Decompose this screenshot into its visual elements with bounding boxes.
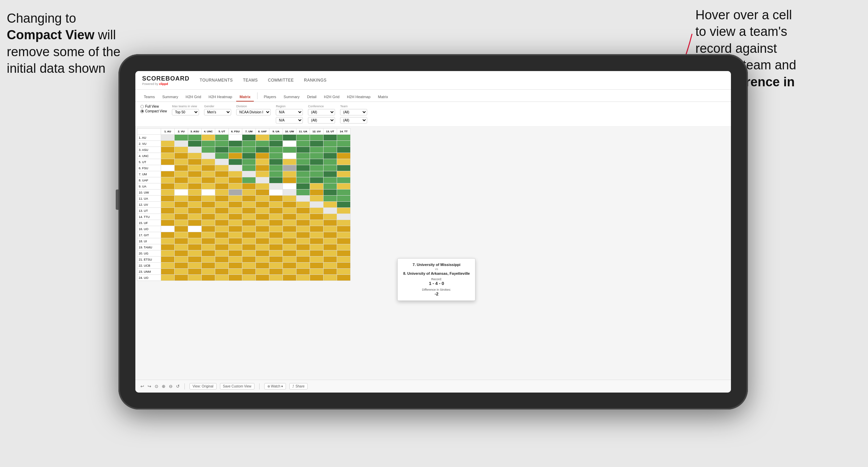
- matrix-cell[interactable]: [202, 171, 215, 177]
- matrix-cell[interactable]: [188, 232, 202, 238]
- matrix-cell[interactable]: [324, 147, 337, 153]
- matrix-cell[interactable]: [324, 232, 337, 238]
- matrix-cell[interactable]: [283, 171, 296, 177]
- matrix-cell[interactable]: [283, 196, 296, 202]
- matrix-cell[interactable]: [310, 238, 324, 244]
- matrix-cell[interactable]: [269, 232, 283, 238]
- matrix-cell[interactable]: [161, 177, 175, 183]
- matrix-cell[interactable]: [256, 141, 269, 147]
- matrix-cell[interactable]: [310, 214, 324, 220]
- matrix-cell[interactable]: [242, 196, 256, 202]
- matrix-cell[interactable]: [269, 263, 283, 269]
- tab-players[interactable]: Players: [260, 93, 280, 102]
- matrix-cell[interactable]: [229, 214, 242, 220]
- matrix-cell[interactable]: [283, 220, 296, 226]
- matrix-cell[interactable]: [188, 183, 202, 190]
- matrix-cell[interactable]: [229, 220, 242, 226]
- nav-teams[interactable]: TEAMS: [243, 76, 258, 84]
- matrix-cell[interactable]: [337, 183, 351, 190]
- matrix-cell[interactable]: [161, 238, 175, 244]
- matrix-cell[interactable]: [161, 183, 175, 190]
- matrix-cell[interactable]: [202, 214, 215, 220]
- matrix-cell[interactable]: [269, 153, 283, 159]
- matrix-cell[interactable]: [175, 202, 188, 208]
- matrix-cell[interactable]: [202, 208, 215, 214]
- tab-h2h-heatmap1[interactable]: H2H Heatmap: [205, 93, 236, 102]
- matrix-cell[interactable]: [215, 165, 229, 171]
- filter-division-select[interactable]: NCAA Division I: [236, 109, 271, 115]
- matrix-cell[interactable]: [324, 141, 337, 147]
- matrix-cell[interactable]: [296, 202, 310, 208]
- matrix-cell[interactable]: [269, 226, 283, 232]
- matrix-cell[interactable]: [296, 208, 310, 214]
- matrix-cell[interactable]: [296, 147, 310, 153]
- matrix-cell[interactable]: [337, 232, 351, 238]
- matrix-cell[interactable]: [269, 214, 283, 220]
- compact-view-option[interactable]: Compact View: [140, 109, 167, 113]
- matrix-cell[interactable]: [324, 214, 337, 220]
- matrix-cell[interactable]: [202, 190, 215, 196]
- matrix-cell[interactable]: [175, 183, 188, 190]
- matrix-cell[interactable]: [175, 190, 188, 196]
- matrix-cell[interactable]: [242, 183, 256, 190]
- matrix-cell[interactable]: [337, 263, 351, 269]
- matrix-cell[interactable]: [269, 202, 283, 208]
- matrix-cell[interactable]: [269, 177, 283, 183]
- matrix-cell[interactable]: [229, 153, 242, 159]
- watch-button[interactable]: ⊛ Watch ▾: [264, 383, 286, 390]
- matrix-cell[interactable]: [175, 208, 188, 214]
- filter-team-select1[interactable]: (All): [340, 109, 367, 115]
- matrix-cell[interactable]: [161, 190, 175, 196]
- matrix-cell[interactable]: [161, 250, 175, 257]
- filter-conference-select1[interactable]: (All): [308, 109, 335, 115]
- matrix-cell[interactable]: [242, 159, 256, 165]
- matrix-cell[interactable]: [215, 269, 229, 275]
- matrix-cell[interactable]: [296, 226, 310, 232]
- matrix-cell[interactable]: [256, 147, 269, 153]
- matrix-cell[interactable]: [296, 135, 310, 141]
- matrix-cell[interactable]: [324, 183, 337, 190]
- matrix-cell[interactable]: [188, 250, 202, 257]
- matrix-cell[interactable]: [242, 147, 256, 153]
- matrix-cell[interactable]: [296, 214, 310, 220]
- matrix-cell[interactable]: [188, 177, 202, 183]
- matrix-cell[interactable]: [215, 244, 229, 250]
- matrix-cell[interactable]: [215, 141, 229, 147]
- matrix-cell[interactable]: [215, 238, 229, 244]
- matrix-cell[interactable]: [269, 141, 283, 147]
- matrix-cell[interactable]: [310, 171, 324, 177]
- matrix-cell[interactable]: [269, 190, 283, 196]
- matrix-cell[interactable]: [296, 177, 310, 183]
- matrix-cell[interactable]: [215, 202, 229, 208]
- matrix-cell[interactable]: [202, 153, 215, 159]
- view-original-button[interactable]: View: Original: [190, 383, 217, 390]
- matrix-cell[interactable]: [242, 165, 256, 171]
- matrix-cell[interactable]: [161, 135, 175, 141]
- matrix-cell[interactable]: [283, 269, 296, 275]
- matrix-cell[interactable]: [337, 257, 351, 263]
- matrix-cell[interactable]: [337, 269, 351, 275]
- matrix-cell[interactable]: [310, 202, 324, 208]
- matrix-cell[interactable]: [256, 183, 269, 190]
- matrix-cell[interactable]: [175, 232, 188, 238]
- matrix-cell[interactable]: [242, 269, 256, 275]
- matrix-cell[interactable]: [256, 171, 269, 177]
- matrix-cell[interactable]: [188, 208, 202, 214]
- matrix-cell[interactable]: [161, 165, 175, 171]
- matrix-cell[interactable]: [202, 232, 215, 238]
- matrix-cell[interactable]: [256, 244, 269, 250]
- save-custom-view-button[interactable]: Save Custom View: [220, 383, 254, 390]
- matrix-cell[interactable]: [337, 226, 351, 232]
- matrix-cell[interactable]: [269, 196, 283, 202]
- matrix-cell[interactable]: [283, 135, 296, 141]
- matrix-cell[interactable]: [215, 214, 229, 220]
- matrix-cell[interactable]: [188, 238, 202, 244]
- matrix-cell[interactable]: [324, 250, 337, 257]
- matrix-cell[interactable]: [337, 177, 351, 183]
- matrix-cell[interactable]: [161, 147, 175, 153]
- matrix-cell[interactable]: [310, 177, 324, 183]
- matrix-cell[interactable]: [324, 208, 337, 214]
- matrix-cell[interactable]: [269, 135, 283, 141]
- matrix-cell[interactable]: [242, 244, 256, 250]
- matrix-cell[interactable]: [229, 177, 242, 183]
